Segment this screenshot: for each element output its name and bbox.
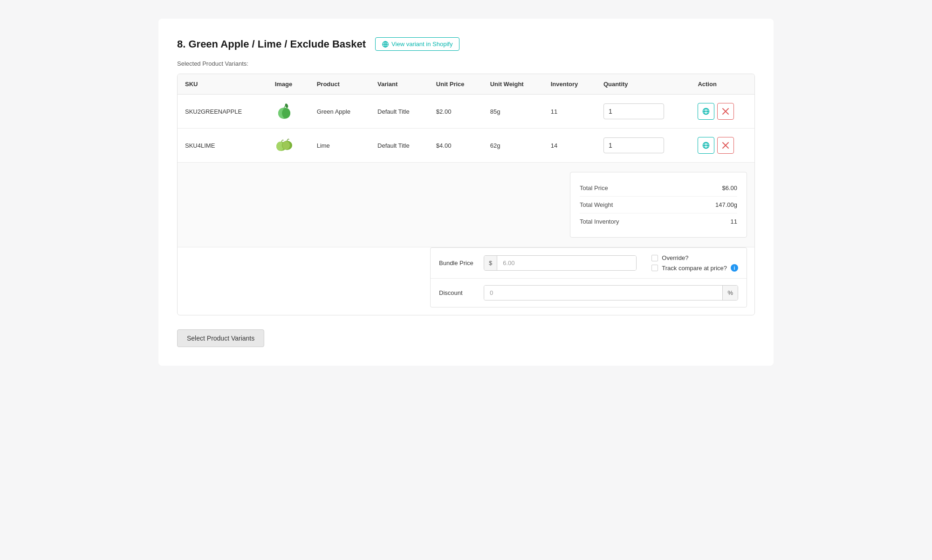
delete-action-btn-1[interactable]: [717, 103, 734, 120]
summary-content: Total Price $6.00 Total Weight 147.00g T…: [178, 163, 754, 247]
cell-action-2: [690, 129, 754, 163]
override-section: Override? Track compare at price? i: [651, 254, 738, 272]
bundle-price-value: 6.00: [497, 256, 636, 270]
bundle-content: Bundle Price $ 6.00 Override?: [178, 247, 754, 315]
track-compare-item: Track compare at price? i: [651, 264, 738, 272]
bundle-price-prefix: $: [484, 256, 497, 270]
summary-row: Total Price $6.00 Total Weight 147.00g T…: [178, 163, 754, 247]
table-row: SKU4LIME: [178, 129, 754, 163]
total-weight-value: 147.00g: [715, 201, 737, 208]
total-price-value: $6.00: [722, 184, 737, 191]
cell-inventory-1: 11: [543, 95, 596, 129]
delete-icon-2: [722, 142, 729, 149]
bundle-cell: Bundle Price $ 6.00 Override?: [178, 247, 754, 315]
override-item: Override?: [651, 254, 738, 261]
delete-action-btn-2[interactable]: [717, 137, 734, 154]
total-inventory-item: Total Inventory 11: [580, 213, 737, 230]
discount-input[interactable]: [484, 286, 722, 300]
page-container: 8. Green Apple / Lime / Exclude Basket V…: [158, 19, 774, 366]
summary-cell: Total Price $6.00 Total Weight 147.00g T…: [178, 163, 754, 247]
col-inventory: Inventory: [543, 74, 596, 95]
total-inventory-label: Total Inventory: [580, 218, 619, 225]
cell-quantity-1: [596, 95, 691, 129]
col-unit-weight: Unit Weight: [483, 74, 543, 95]
cell-variant-1: Default Title: [370, 95, 429, 129]
globe-icon: [382, 41, 389, 48]
bundle-box: Bundle Price $ 6.00 Override?: [430, 247, 747, 307]
total-price-item: Total Price $6.00: [580, 180, 737, 197]
total-weight-label: Total Weight: [580, 201, 613, 208]
action-buttons-2: [698, 137, 747, 154]
summary-box: Total Price $6.00 Total Weight 147.00g T…: [570, 172, 747, 238]
page-title: 8. Green Apple / Lime / Exclude Basket: [177, 38, 366, 50]
col-sku: SKU: [178, 74, 267, 95]
bundle-row: Bundle Price $ 6.00 Override?: [178, 247, 754, 315]
product-image-lime: [275, 136, 294, 155]
col-variant: Variant: [370, 74, 429, 95]
page-header: 8. Green Apple / Lime / Exclude Basket V…: [177, 37, 755, 51]
svg-point-6: [282, 108, 290, 118]
cell-inventory-2: 14: [543, 129, 596, 163]
col-quantity: Quantity: [596, 74, 691, 95]
cell-action-1: [690, 95, 754, 129]
cell-sku-2: SKU4LIME: [178, 129, 267, 163]
delete-icon-1: [722, 108, 729, 115]
svg-point-16: [282, 141, 290, 150]
product-table-container: SKU Image Product Variant Unit Price Uni…: [177, 74, 755, 315]
discount-input-wrapper: %: [484, 285, 738, 300]
track-compare-label: Track compare at price?: [662, 265, 727, 272]
cell-sku-1: SKU2GREENAPPLE: [178, 95, 267, 129]
info-icon[interactable]: i: [731, 264, 738, 272]
bundle-price-section: Bundle Price $ 6.00 Override?: [431, 248, 747, 279]
cell-product-1: Green Apple: [309, 95, 370, 129]
cell-quantity-2: [596, 129, 691, 163]
total-price-label: Total Price: [580, 184, 608, 191]
select-variants-button[interactable]: Select Product Variants: [177, 329, 264, 347]
cell-price-1: $2.00: [429, 95, 483, 129]
globe-action-btn-1[interactable]: [698, 103, 714, 120]
override-checkbox[interactable]: [651, 255, 658, 261]
col-image: Image: [267, 74, 309, 95]
discount-label: Discount: [439, 289, 476, 296]
bundle-price-label: Bundle Price: [439, 260, 476, 266]
cell-image-2: [267, 129, 309, 163]
cell-product-2: Lime: [309, 129, 370, 163]
col-action: Action: [690, 74, 754, 95]
total-inventory-value: 11: [731, 218, 737, 225]
cell-price-2: $4.00: [429, 129, 483, 163]
col-unit-price: Unit Price: [429, 74, 483, 95]
cell-weight-2: 62g: [483, 129, 543, 163]
view-variant-button[interactable]: View variant in Shopify: [375, 37, 459, 51]
total-weight-item: Total Weight 147.00g: [580, 197, 737, 213]
col-product: Product: [309, 74, 370, 95]
quantity-input-1[interactable]: [603, 103, 664, 119]
globe-btn-icon-2: [702, 142, 710, 149]
globe-btn-icon-1: [702, 108, 710, 115]
globe-action-btn-2[interactable]: [698, 137, 714, 154]
table-header-row: SKU Image Product Variant Unit Price Uni…: [178, 74, 754, 95]
bundle-price-input-wrapper: $ 6.00: [484, 255, 637, 271]
action-buttons-1: [698, 103, 747, 120]
track-compare-checkbox[interactable]: [651, 265, 658, 271]
quantity-input-2[interactable]: [603, 137, 664, 153]
green-apple-icon: [276, 103, 293, 120]
override-label: Override?: [662, 254, 688, 261]
selected-label: Selected Product Variants:: [177, 60, 755, 67]
view-variant-label: View variant in Shopify: [391, 41, 452, 48]
product-table: SKU Image Product Variant Unit Price Uni…: [178, 74, 754, 315]
discount-suffix: %: [722, 286, 738, 300]
cell-variant-2: Default Title: [370, 129, 429, 163]
discount-section: Discount %: [431, 279, 747, 307]
cell-weight-1: 85g: [483, 95, 543, 129]
table-row: SKU2GREENAPPLE Green Apple: [178, 95, 754, 129]
cell-image-1: [267, 95, 309, 129]
product-image-green-apple: [275, 102, 294, 121]
lime-icon: [275, 137, 294, 154]
